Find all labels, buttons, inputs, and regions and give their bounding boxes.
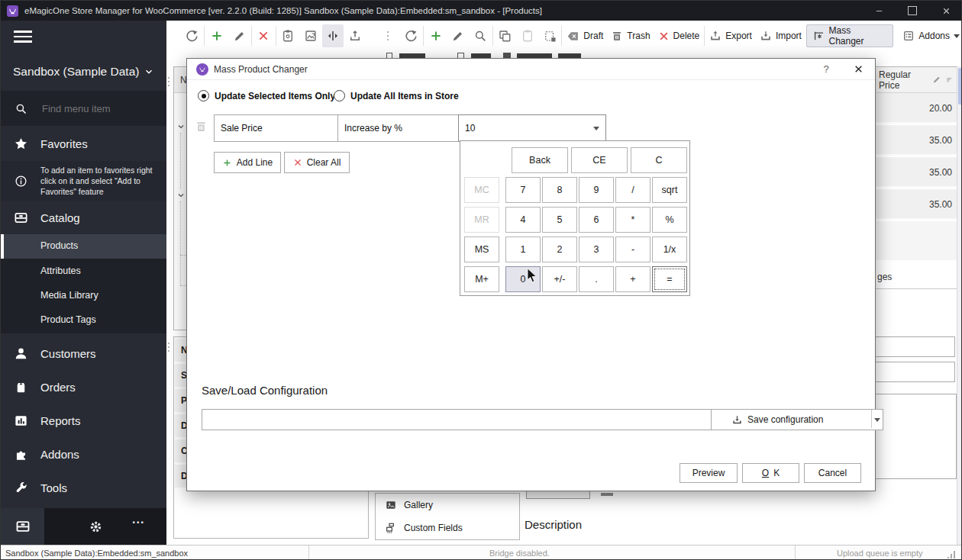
sidebar-item-catalog[interactable]: Catalog [1,201,166,234]
calc-key-divide[interactable]: / [615,177,650,203]
calc-key-1[interactable]: 1 [505,237,541,262]
split-columns-icon[interactable] [322,24,343,47]
calc-key-sqrt[interactable]: sqrt [652,177,687,203]
calc-key-9[interactable]: 9 [579,177,614,203]
paste-special-icon[interactable] [539,24,560,47]
store-selector[interactable]: Sandbox (Sample Data) [1,59,166,85]
copy-icon[interactable] [495,24,515,47]
calc-key-plus[interactable]: + [615,266,650,292]
catalog-tab-active[interactable] [1,508,44,545]
sidebar-item-product-tags[interactable]: Product Tags [40,314,96,325]
scrollbar-thumb[interactable] [958,68,962,105]
sidebar-item-favorites[interactable]: Favorites [1,126,166,161]
calc-key-c[interactable]: C [631,147,687,173]
ok-button[interactable]: OK [742,463,799,483]
calc-key-percent[interactable]: % [652,207,687,233]
tab-custom-fields[interactable]: Custom Fields [376,517,519,539]
sidebar-item-products-selected[interactable]: Products [1,234,166,259]
preview-button[interactable]: Preview [680,463,738,483]
addons-dropdown-button[interactable]: Addons [899,24,962,47]
upload-icon[interactable] [345,24,366,47]
add-icon[interactable] [206,24,227,47]
calc-key-back[interactable]: Back [512,147,568,173]
regular-price-cell[interactable]: 20.00 [929,103,952,114]
chevron-down-icon[interactable] [874,418,880,422]
tab-gallery[interactable]: Gallery [376,494,519,517]
save-configuration-button[interactable]: Save configuration [711,409,883,430]
preview-clipboard-icon[interactable] [278,24,299,47]
tree-expand-chevron-icon[interactable] [176,191,186,200]
calc-key-6[interactable]: 6 [579,207,614,233]
cancel-button[interactable]: Cancel [804,463,861,483]
sidebar-item-attributes[interactable]: Attributes [40,266,81,276]
refresh-icon[interactable] [401,24,421,47]
refresh-icon[interactable] [182,24,202,47]
add-line-button[interactable]: Add Line [214,152,281,173]
calc-key-8[interactable]: 8 [542,177,577,203]
more-options-button[interactable]: ... [132,513,144,526]
calc-key-3[interactable]: 3 [579,237,614,262]
clear-all-button[interactable]: Clear All [284,152,350,173]
minimize-button[interactable] [862,1,896,21]
calc-key-plusminus[interactable]: +/- [542,266,577,292]
export-button[interactable]: Export [706,24,755,47]
calc-key-equals[interactable]: = [652,266,687,292]
delete-x-icon[interactable] [253,24,274,47]
calc-key-ms[interactable]: MS [464,237,499,262]
edit-pencil-icon[interactable] [228,24,249,47]
mass-changer-button[interactable]: Mass Changer [806,24,893,47]
form-textarea-fragment[interactable] [873,394,957,479]
regular-price-cell[interactable]: 35.00 [929,135,952,146]
configuration-combobox[interactable] [202,409,732,430]
regular-price-column-header[interactable]: Regular Price [879,69,928,91]
form-input-fragment[interactable] [873,362,955,382]
search-input[interactable] [40,102,150,115]
calc-key-7[interactable]: 7 [505,177,541,203]
vertical-splitter-handle[interactable] [168,77,169,86]
image-edit-icon[interactable] [300,24,321,47]
calc-key-decimal[interactable]: . [579,266,614,292]
calc-key-minus[interactable]: - [615,237,650,262]
import-button[interactable]: Import [757,24,805,47]
sidebar-item-addons[interactable]: Addons [1,437,166,471]
help-button[interactable]: ? [811,63,841,75]
sidebar-item-reports[interactable]: Reports [1,404,166,437]
vertical-splitter-handle[interactable] [168,343,169,352]
calc-key-mplus[interactable]: M+ [464,266,499,292]
search-icon[interactable] [470,24,490,47]
edit-pencil-icon[interactable] [447,24,468,47]
edit-pencil-icon[interactable] [932,75,941,85]
delete-button[interactable]: Delete [655,24,703,47]
ok-label: K [773,468,780,478]
sidebar-item-orders[interactable]: Orders [1,370,166,404]
radio-update-selected[interactable]: Update Selected Items Only [198,90,335,101]
calc-key-reciprocal[interactable]: 1/x [652,237,687,262]
close-dialog-button[interactable] [841,64,875,74]
regular-price-cell[interactable]: 35.00 [929,199,952,210]
sidebar-item-tools[interactable]: Tools [1,471,166,504]
sort-icon[interactable] [945,76,954,85]
calc-key-2[interactable]: 2 [542,237,577,262]
sidebar-item-media-library[interactable]: Media Library [40,290,98,301]
close-window-button[interactable] [929,1,962,21]
amount-combobox[interactable]: 10 [458,114,606,142]
toolbar-drag-handle[interactable] [387,31,389,40]
hamburger-menu-icon[interactable] [14,31,32,43]
regular-price-cell[interactable]: 35.00 [929,167,952,178]
form-input-fragment[interactable] [873,336,955,357]
resize-grip[interactable] [947,551,955,558]
settings-gear-icon[interactable] [89,520,103,534]
calc-key-4[interactable]: 4 [505,207,541,233]
sidebar-item-customers[interactable]: Customers [1,336,166,370]
calc-key-5[interactable]: 5 [542,207,577,233]
draft-button[interactable]: Draft [563,24,606,47]
calc-key-ce[interactable]: CE [571,147,628,173]
maximize-button[interactable] [896,1,929,21]
radio-update-all[interactable]: Update All Items in Store [334,90,459,101]
sidebar-search[interactable] [1,91,166,126]
tree-expand-chevron-icon[interactable] [176,122,186,131]
add-icon[interactable] [425,24,446,47]
trash-button[interactable]: Trash [608,24,653,47]
calc-key-multiply[interactable]: * [615,207,650,233]
vertical-scrollbar[interactable] [957,66,962,545]
